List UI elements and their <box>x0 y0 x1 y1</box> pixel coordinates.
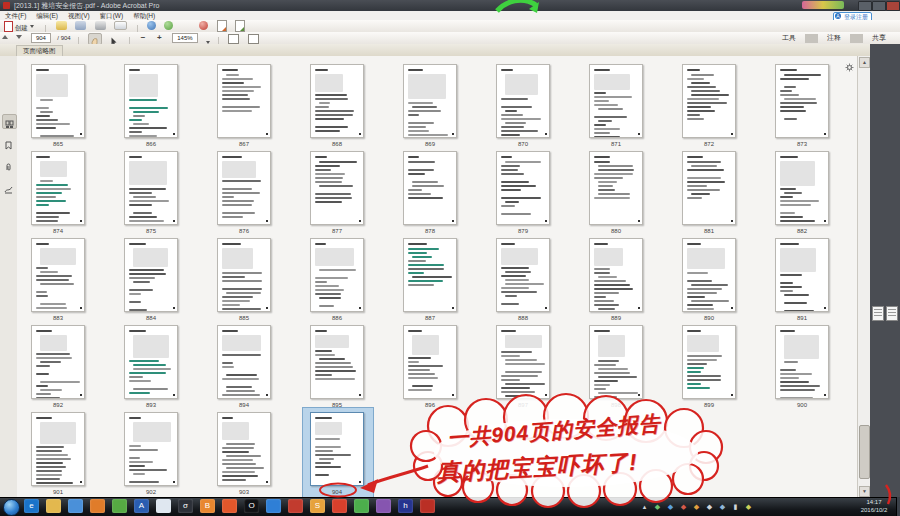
minimize-button[interactable] <box>858 1 872 11</box>
attachments-icon[interactable] <box>2 158 15 171</box>
email-icon[interactable] <box>114 21 127 30</box>
page-thumbnail[interactable] <box>496 325 550 399</box>
page-thumbnail[interactable] <box>124 238 178 312</box>
page-thumbnail[interactable] <box>31 151 85 225</box>
taskbar-icon-orange-app[interactable] <box>222 499 237 513</box>
scroll-up-icon[interactable]: ▲ <box>859 57 870 68</box>
maximize-button[interactable] <box>872 1 886 11</box>
taskbar-icon-blue-app[interactable] <box>266 499 281 513</box>
menu-item-4[interactable]: 帮助(H) <box>128 11 160 20</box>
page-thumbnail[interactable] <box>589 64 643 138</box>
page-thumbnail[interactable] <box>403 64 457 138</box>
page-thumbnail[interactable] <box>217 412 271 486</box>
menu-item-3[interactable]: 窗口(W) <box>95 11 128 20</box>
tray-icon[interactable]: ◆ <box>666 502 675 511</box>
taskbar-icon-green-app-2[interactable] <box>354 499 369 513</box>
print-icon[interactable] <box>95 21 106 30</box>
show-desktop-button[interactable] <box>896 497 900 516</box>
toolbar-link-2[interactable]: 共享 <box>866 34 892 41</box>
page-thumbnail[interactable] <box>589 151 643 225</box>
page-thumbnail[interactable] <box>682 151 736 225</box>
taskbar-clock[interactable]: 14:17 2016/10/2 <box>854 499 894 514</box>
page-thumbnail[interactable] <box>31 412 85 486</box>
page-thumbnail[interactable] <box>682 325 736 399</box>
page-thumbnail[interactable] <box>403 325 457 399</box>
page-thumbnail[interactable] <box>682 64 736 138</box>
page-thumbnail[interactable] <box>217 238 271 312</box>
tray-icon[interactable]: ◆ <box>744 502 753 511</box>
tray-icon[interactable]: ◆ <box>679 502 688 511</box>
menu-item-2[interactable]: 视图(V) <box>63 11 95 20</box>
page-thumbnail[interactable] <box>682 238 736 312</box>
next-page-icon[interactable] <box>16 35 22 39</box>
page-thumbnail[interactable] <box>775 64 829 138</box>
page-thumbnail[interactable] <box>124 151 178 225</box>
comment-icon[interactable] <box>182 21 191 30</box>
page-thumbnail[interactable] <box>310 325 364 399</box>
tray-icon[interactable]: ◆ <box>653 502 662 511</box>
page-thumbnail[interactable] <box>310 238 364 312</box>
taskbar-icon-office-app[interactable]: B <box>200 499 215 513</box>
sign-document-icon[interactable] <box>217 20 227 32</box>
toolbar-link-1[interactable]: 注释 <box>821 34 847 41</box>
create-pdf-button[interactable]: 创建 <box>1 21 37 31</box>
page-thumbnail[interactable] <box>589 238 643 312</box>
page-thumbnail[interactable] <box>310 151 364 225</box>
taskbar-icon-sigma-app[interactable]: σ <box>178 499 193 513</box>
page-thumbnail[interactable] <box>403 238 457 312</box>
page-thumbnail[interactable] <box>775 151 829 225</box>
page-thumbnail[interactable] <box>775 325 829 399</box>
taskbar-icon-window-app[interactable] <box>68 499 83 513</box>
taskbar-icon-purple-app[interactable] <box>376 499 391 513</box>
taskbar-icon-green-app[interactable] <box>112 499 127 513</box>
taskbar-icon-red-app-2[interactable] <box>332 499 347 513</box>
desktop-file-icon[interactable] <box>886 306 898 321</box>
open-folder-icon[interactable] <box>56 21 67 30</box>
page-number-input[interactable]: 904 <box>31 33 51 43</box>
zoom-level-select[interactable]: 145% <box>172 33 198 43</box>
page-thumbnail[interactable] <box>403 151 457 225</box>
page-thumbnail[interactable] <box>310 412 364 486</box>
start-button[interactable] <box>3 499 20 516</box>
tray-icon[interactable]: ▮ <box>731 502 740 511</box>
taskbar-icon-blue-app-2[interactable]: h <box>398 499 413 513</box>
page-thumbnails-tab[interactable]: 页面缩略图 <box>16 45 63 56</box>
zoom-out-button[interactable]: − <box>138 33 148 43</box>
taskbar-icon-search-app[interactable]: S <box>310 499 325 513</box>
page-thumbnail[interactable] <box>589 325 643 399</box>
taskbar-icon-light-app[interactable] <box>156 499 171 513</box>
close-button[interactable] <box>886 1 900 11</box>
page-thumbnail[interactable] <box>496 238 550 312</box>
tray-icon[interactable]: ◆ <box>692 502 701 511</box>
page-thumbnail[interactable] <box>31 238 85 312</box>
page-thumbnail[interactable] <box>496 64 550 138</box>
titlebar-plugin-badge[interactable] <box>802 1 844 9</box>
zoom-in-button[interactable]: + <box>154 33 164 43</box>
scrollbar-thumb[interactable] <box>859 425 870 479</box>
menu-item-0[interactable]: 文件(F) <box>0 11 31 20</box>
page-thumbnail[interactable] <box>31 64 85 138</box>
panel-options-gear-icon[interactable] <box>845 58 854 76</box>
desktop-file-icon[interactable] <box>872 306 884 321</box>
page-thumbnail[interactable] <box>124 325 178 399</box>
page-thumbnail[interactable] <box>124 412 178 486</box>
toolbar-link-0[interactable]: 工具 <box>776 34 802 41</box>
select-tool-button[interactable] <box>108 33 120 43</box>
page-thumbnail[interactable] <box>217 151 271 225</box>
page-thumbnail[interactable] <box>775 238 829 312</box>
taskbar-icon-red-app[interactable] <box>288 499 303 513</box>
taskbar-icon-media-app[interactable] <box>90 499 105 513</box>
tray-icon[interactable]: ◆ <box>705 502 714 511</box>
page-thumbnail[interactable] <box>31 325 85 399</box>
review-icon[interactable] <box>164 21 173 30</box>
alert-icon[interactable] <box>199 21 208 30</box>
menu-item-1[interactable]: 编辑(E) <box>31 11 63 20</box>
save-icon[interactable] <box>75 21 86 30</box>
page-thumbnail[interactable] <box>217 325 271 399</box>
continuous-view-icon[interactable] <box>248 34 259 44</box>
signatures-icon[interactable] <box>2 180 15 193</box>
previous-page-icon[interactable] <box>2 35 8 39</box>
taskbar-icon-dark-browser[interactable]: O <box>244 499 259 513</box>
tray-icon[interactable]: ◆ <box>718 502 727 511</box>
page-thumbnail[interactable] <box>124 64 178 138</box>
